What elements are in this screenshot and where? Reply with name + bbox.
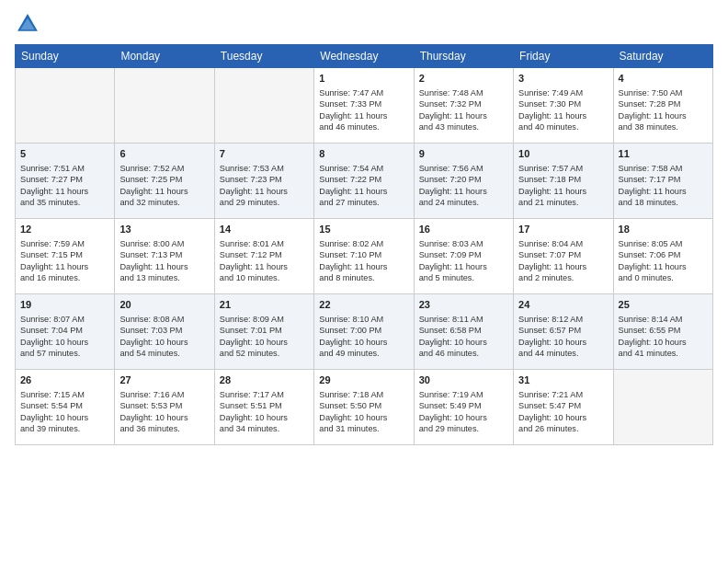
day-number: 5	[20, 147, 109, 161]
day-info: Sunrise: 8:01 AMSunset: 7:12 PMDaylight:…	[220, 238, 309, 284]
day-number: 7	[220, 147, 309, 161]
day-info: Sunrise: 7:21 AMSunset: 5:47 PMDaylight:…	[518, 389, 608, 435]
day-info: Sunrise: 7:59 AMSunset: 7:15 PMDaylight:…	[20, 238, 109, 284]
calendar-day-cell: 23Sunrise: 8:11 AMSunset: 6:58 PMDayligh…	[414, 294, 513, 370]
calendar-week-row: 1Sunrise: 7:47 AMSunset: 7:33 PMDaylight…	[16, 68, 713, 144]
day-info: Sunrise: 8:00 AMSunset: 7:13 PMDaylight:…	[119, 238, 209, 284]
calendar-day-cell: 19Sunrise: 8:07 AMSunset: 7:04 PMDayligh…	[16, 294, 115, 370]
day-info: Sunrise: 8:04 AMSunset: 7:07 PMDaylight:…	[518, 238, 608, 284]
day-number: 30	[419, 373, 508, 387]
calendar-day-cell: 21Sunrise: 8:09 AMSunset: 7:01 PMDayligh…	[214, 294, 313, 370]
day-number: 3	[518, 72, 608, 86]
day-number: 25	[619, 298, 708, 312]
calendar-day-cell: 1Sunrise: 7:47 AMSunset: 7:33 PMDaylight…	[314, 68, 414, 144]
calendar-day-cell	[115, 68, 214, 144]
calendar-day-cell: 5Sunrise: 7:51 AMSunset: 7:27 PMDaylight…	[16, 144, 115, 219]
day-info: Sunrise: 7:58 AMSunset: 7:17 PMDaylight:…	[619, 163, 708, 209]
calendar-day-cell: 26Sunrise: 7:15 AMSunset: 5:54 PMDayligh…	[16, 370, 115, 445]
day-info: Sunrise: 7:15 AMSunset: 5:54 PMDaylight:…	[20, 389, 109, 435]
day-number: 11	[619, 147, 708, 161]
calendar-day-cell: 10Sunrise: 7:57 AMSunset: 7:18 PMDayligh…	[514, 144, 613, 219]
calendar-week-row: 5Sunrise: 7:51 AMSunset: 7:27 PMDaylight…	[16, 144, 713, 219]
day-info: Sunrise: 7:17 AMSunset: 5:51 PMDaylight:…	[220, 389, 309, 435]
calendar-day-cell: 14Sunrise: 8:01 AMSunset: 7:12 PMDayligh…	[214, 219, 313, 294]
weekday-header-sunday: Sunday	[16, 45, 115, 68]
day-number: 24	[518, 298, 608, 312]
day-number: 1	[319, 72, 408, 86]
day-info: Sunrise: 7:19 AMSunset: 5:49 PMDaylight:…	[419, 389, 508, 435]
calendar-day-cell	[214, 68, 313, 144]
calendar-day-cell: 3Sunrise: 7:49 AMSunset: 7:30 PMDaylight…	[514, 68, 613, 144]
day-info: Sunrise: 8:03 AMSunset: 7:09 PMDaylight:…	[419, 238, 508, 284]
day-number: 22	[319, 298, 408, 312]
calendar-day-cell: 18Sunrise: 8:05 AMSunset: 7:06 PMDayligh…	[613, 219, 712, 294]
day-info: Sunrise: 8:07 AMSunset: 7:04 PMDaylight:…	[20, 314, 109, 360]
calendar-day-cell: 28Sunrise: 7:17 AMSunset: 5:51 PMDayligh…	[214, 370, 313, 445]
day-info: Sunrise: 7:48 AMSunset: 7:32 PMDaylight:…	[419, 87, 508, 133]
day-info: Sunrise: 8:14 AMSunset: 6:55 PMDaylight:…	[619, 314, 708, 360]
calendar-day-cell: 22Sunrise: 8:10 AMSunset: 7:00 PMDayligh…	[314, 294, 414, 370]
calendar-day-cell: 11Sunrise: 7:58 AMSunset: 7:17 PMDayligh…	[613, 144, 712, 219]
calendar-day-cell: 20Sunrise: 8:08 AMSunset: 7:03 PMDayligh…	[115, 294, 214, 370]
day-info: Sunrise: 7:50 AMSunset: 7:28 PMDaylight:…	[619, 87, 708, 133]
day-number: 19	[20, 298, 109, 312]
day-number: 29	[319, 373, 408, 387]
day-number: 23	[419, 298, 508, 312]
day-info: Sunrise: 7:57 AMSunset: 7:18 PMDaylight:…	[518, 163, 608, 209]
weekday-header-friday: Friday	[514, 45, 613, 68]
day-info: Sunrise: 7:16 AMSunset: 5:53 PMDaylight:…	[119, 389, 209, 435]
calendar-day-cell: 27Sunrise: 7:16 AMSunset: 5:53 PMDayligh…	[115, 370, 214, 445]
calendar-day-cell: 6Sunrise: 7:52 AMSunset: 7:25 PMDaylight…	[115, 144, 214, 219]
calendar-day-cell: 7Sunrise: 7:53 AMSunset: 7:23 PMDaylight…	[214, 144, 313, 219]
calendar: SundayMondayTuesdayWednesdayThursdayFrid…	[15, 44, 713, 445]
page: SundayMondayTuesdayWednesdayThursdayFrid…	[0, 0, 728, 563]
calendar-day-cell	[16, 68, 115, 144]
day-info: Sunrise: 8:08 AMSunset: 7:03 PMDaylight:…	[119, 314, 209, 360]
day-info: Sunrise: 8:09 AMSunset: 7:01 PMDaylight:…	[220, 314, 309, 360]
calendar-week-row: 19Sunrise: 8:07 AMSunset: 7:04 PMDayligh…	[16, 294, 713, 370]
calendar-day-cell: 29Sunrise: 7:18 AMSunset: 5:50 PMDayligh…	[314, 370, 414, 445]
weekday-header-saturday: Saturday	[613, 45, 712, 68]
calendar-day-cell: 2Sunrise: 7:48 AMSunset: 7:32 PMDaylight…	[414, 68, 513, 144]
day-info: Sunrise: 8:10 AMSunset: 7:00 PMDaylight:…	[319, 314, 408, 360]
calendar-day-cell: 4Sunrise: 7:50 AMSunset: 7:28 PMDaylight…	[613, 68, 712, 144]
day-number: 17	[518, 223, 608, 236]
day-number: 12	[20, 223, 109, 236]
day-info: Sunrise: 7:18 AMSunset: 5:50 PMDaylight:…	[319, 389, 408, 435]
day-number: 21	[220, 298, 309, 312]
day-info: Sunrise: 7:51 AMSunset: 7:27 PMDaylight:…	[20, 163, 109, 209]
calendar-day-cell: 25Sunrise: 8:14 AMSunset: 6:55 PMDayligh…	[613, 294, 712, 370]
day-info: Sunrise: 8:05 AMSunset: 7:06 PMDaylight:…	[619, 238, 708, 284]
day-info: Sunrise: 7:54 AMSunset: 7:22 PMDaylight:…	[319, 163, 408, 209]
day-number: 20	[119, 298, 209, 312]
calendar-day-cell: 24Sunrise: 8:12 AMSunset: 6:57 PMDayligh…	[514, 294, 613, 370]
day-number: 9	[419, 147, 508, 161]
calendar-day-cell: 16Sunrise: 8:03 AMSunset: 7:09 PMDayligh…	[414, 219, 513, 294]
day-number: 13	[119, 223, 209, 236]
calendar-day-cell: 30Sunrise: 7:19 AMSunset: 5:49 PMDayligh…	[414, 370, 513, 445]
day-info: Sunrise: 8:11 AMSunset: 6:58 PMDaylight:…	[419, 314, 508, 360]
calendar-day-cell: 13Sunrise: 8:00 AMSunset: 7:13 PMDayligh…	[115, 219, 214, 294]
day-info: Sunrise: 7:53 AMSunset: 7:23 PMDaylight:…	[220, 163, 309, 209]
calendar-week-row: 12Sunrise: 7:59 AMSunset: 7:15 PMDayligh…	[16, 219, 713, 294]
day-number: 26	[20, 373, 109, 387]
calendar-day-cell: 17Sunrise: 8:04 AMSunset: 7:07 PMDayligh…	[514, 219, 613, 294]
weekday-header-monday: Monday	[115, 45, 214, 68]
day-number: 16	[419, 223, 508, 236]
weekday-header-tuesday: Tuesday	[214, 45, 313, 68]
calendar-day-cell: 9Sunrise: 7:56 AMSunset: 7:20 PMDaylight…	[414, 144, 513, 219]
calendar-day-cell: 31Sunrise: 7:21 AMSunset: 5:47 PMDayligh…	[514, 370, 613, 445]
day-number: 14	[220, 223, 309, 236]
day-number: 28	[220, 373, 309, 387]
day-number: 4	[619, 72, 708, 86]
day-info: Sunrise: 7:56 AMSunset: 7:20 PMDaylight:…	[419, 163, 508, 209]
logo	[15, 11, 44, 37]
weekday-header-row: SundayMondayTuesdayWednesdayThursdayFrid…	[16, 45, 713, 68]
day-number: 2	[419, 72, 508, 86]
calendar-day-cell	[613, 370, 712, 445]
day-info: Sunrise: 8:02 AMSunset: 7:10 PMDaylight:…	[319, 238, 408, 284]
day-number: 8	[319, 147, 408, 161]
day-number: 6	[119, 147, 209, 161]
day-number: 10	[518, 147, 608, 161]
day-number: 31	[518, 373, 608, 387]
